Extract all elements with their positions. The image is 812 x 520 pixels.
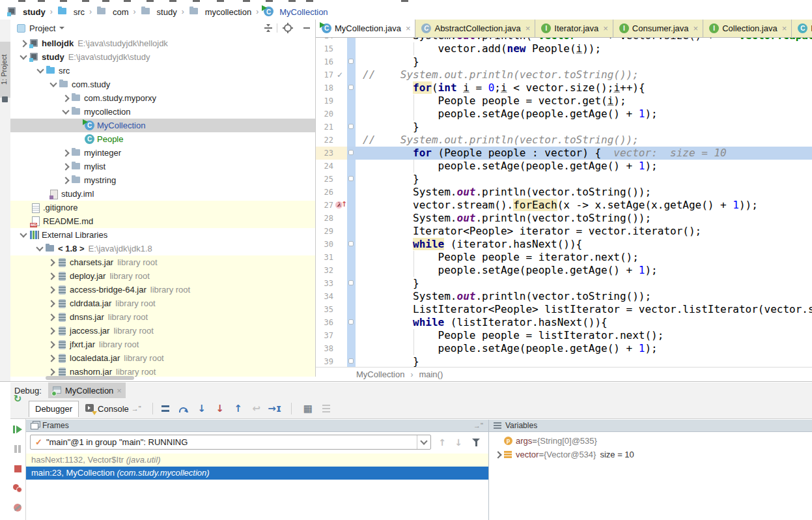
editor-line[interactable]: 28 System.out.println(vector.toString())…: [316, 212, 812, 225]
project-hscrollbar[interactable]: [10, 375, 316, 381]
tree-item[interactable]: External Libraries: [10, 228, 315, 242]
chevron-down-icon[interactable]: [59, 27, 64, 29]
thread-selector[interactable]: ✓ "main"@1 in group "main": RUNNING: [30, 435, 431, 450]
tree-item[interactable]: .gitignore: [10, 201, 315, 214]
chevron-open-icon[interactable]: [48, 78, 59, 91]
fold-marker[interactable]: [348, 241, 354, 246]
fold-marker[interactable]: [348, 176, 354, 181]
filter-icon[interactable]: [469, 435, 483, 450]
tree-item[interactable]: CPeople: [10, 132, 315, 146]
fold-marker[interactable]: [348, 319, 354, 325]
chevron-open-icon[interactable]: [61, 105, 71, 119]
close-icon[interactable]: ×: [603, 23, 608, 33]
editor-line[interactable]: 19 People people = vector.get(i);: [316, 94, 812, 108]
editor-line[interactable]: 21 }: [316, 121, 812, 134]
editor-line[interactable]: 17✓// System.out.println(vector.toString…: [316, 68, 812, 81]
breadcrumb-item[interactable]: CMyCollection: [263, 7, 328, 17]
editor-line[interactable]: 23 for (People people : vector) { vector…: [316, 147, 812, 160]
tree-item[interactable]: studyE:\java\studyjdk\study: [10, 50, 315, 64]
jump-to-output-icon[interactable]: →": [132, 405, 141, 412]
tree-item[interactable]: hellojdkE:\java\studyjdk\hellojdk: [10, 36, 315, 50]
gear-icon[interactable]: [284, 24, 292, 32]
fold-marker[interactable]: [348, 124, 354, 129]
close-icon[interactable]: ×: [117, 386, 122, 396]
editor-tab[interactable]: IIterator.java×: [535, 20, 613, 37]
evaluate-expression-icon[interactable]: ▦: [301, 401, 315, 416]
fold-marker[interactable]: [348, 85, 354, 90]
tree-item[interactable]: deploy.jarlibrary root: [10, 269, 315, 283]
fold-marker[interactable]: [348, 280, 354, 285]
project-panel-title[interactable]: Project: [29, 23, 55, 33]
stop-button[interactable]: [12, 463, 23, 474]
force-step-into-icon[interactable]: ↓: [213, 401, 227, 416]
chevron-closed-icon[interactable]: [46, 269, 57, 283]
breadcrumb-method[interactable]: main(): [419, 369, 443, 379]
tab-debugger[interactable]: Debugger: [29, 401, 79, 417]
debug-session-tab[interactable]: MyCollection ×: [48, 383, 126, 398]
stack-frame[interactable]: main:23, MyCollection (com.study.mycolle…: [26, 467, 488, 480]
editor-line[interactable]: 30 while (iterator.hasNext()){: [316, 238, 812, 251]
chevron-open-icon[interactable]: [35, 242, 45, 255]
chevron-closed-icon[interactable]: [46, 255, 57, 269]
rerun-button[interactable]: ↻: [12, 394, 23, 404]
tab-console[interactable]: Console →": [79, 401, 147, 417]
editor-line[interactable]: 34 System.out.println(vector.toString())…: [316, 290, 812, 303]
chevron-closed-icon[interactable]: [61, 173, 71, 187]
tree-item[interactable]: < 1.8 >E:\java\jdk\jdk1.8: [10, 242, 315, 255]
editor-line[interactable]: 14 System.out.println("vector = " + vect…: [316, 38, 812, 42]
tree-item[interactable]: access-bridge-64.jarlibrary root: [10, 283, 315, 296]
stack-frame[interactable]: hasNext:1132, Vector$Itr (java.util): [26, 454, 488, 467]
step-over-icon[interactable]: [176, 401, 191, 416]
editor-tab[interactable]: CAbstractCollection.java×: [415, 20, 535, 37]
close-icon[interactable]: ×: [406, 23, 411, 33]
close-icon[interactable]: ×: [693, 23, 699, 33]
fold-marker[interactable]: [348, 59, 354, 64]
editor-line[interactable]: 39 }: [316, 355, 812, 367]
close-icon[interactable]: ×: [525, 23, 531, 33]
scrollbar-thumb[interactable]: [46, 376, 134, 380]
editor-line[interactable]: 18 for(int i = 0;i < vector.size();i++){: [316, 81, 812, 94]
chevron-closed-icon[interactable]: [46, 338, 57, 351]
chevron-closed-icon[interactable]: [18, 36, 29, 50]
chevron-open-icon[interactable]: [18, 228, 29, 242]
editor-line[interactable]: 35 ListIterator<People> listIterator = v…: [316, 303, 812, 316]
tree-item[interactable]: jaccess.jarlibrary root: [10, 324, 315, 338]
show-execution-point-icon[interactable]: [158, 401, 173, 416]
resume-button[interactable]: [12, 424, 23, 435]
editor-line[interactable]: 27λ↑ vector.stream().forEach(x -> x.setA…: [316, 199, 812, 212]
chevron-closed-icon[interactable]: [46, 283, 57, 296]
breadcrumb-item[interactable]: mycollection: [189, 7, 252, 17]
tree-item[interactable]: myinteger: [10, 146, 315, 160]
editor-line[interactable]: 22// System.out.println(vector.toString(…: [316, 134, 812, 147]
editor-line[interactable]: 31 People people = iterator.next();: [316, 251, 812, 264]
collapse-all-icon[interactable]: [264, 24, 272, 32]
breadcrumb-item[interactable]: study: [7, 7, 46, 17]
chevron-closed-icon[interactable]: [61, 146, 71, 160]
tree-item[interactable]: com.study.myporxy: [10, 91, 315, 105]
chevron-closed-icon[interactable]: [46, 310, 57, 324]
code-editor[interactable]: 14 System.out.println("vector = " + vect…: [316, 38, 812, 367]
breadcrumb-item[interactable]: com: [96, 7, 129, 17]
variable-row[interactable]: pargs = {String[0]@535}: [489, 434, 812, 448]
chevron-closed-icon[interactable]: [46, 296, 57, 310]
close-icon[interactable]: ×: [782, 23, 787, 33]
chevron-closed-icon[interactable]: [46, 351, 57, 365]
tree-item[interactable]: README.md: [10, 214, 315, 228]
tree-item[interactable]: CMyCollection: [10, 119, 315, 132]
view-breakpoints-button[interactable]: [12, 483, 23, 493]
editor-line[interactable]: 38 people.setAge(people.getAge() + 1);: [316, 342, 812, 355]
editor-line[interactable]: 36 while (listIterator.hasNext()){: [316, 316, 812, 329]
step-into-icon[interactable]: ↓: [195, 401, 209, 416]
tree-item[interactable]: cldrdata.jarlibrary root: [10, 296, 315, 310]
editor-tab[interactable]: ICollection.java×: [703, 20, 792, 37]
chevron-closed-icon[interactable]: [61, 160, 71, 173]
chevron-open-icon[interactable]: [18, 50, 29, 64]
editor-tab[interactable]: CPeop×: [792, 20, 812, 37]
breadcrumb-item[interactable]: src: [57, 7, 85, 17]
pin-icon[interactable]: →": [473, 422, 483, 429]
hide-panel-icon[interactable]: [303, 27, 310, 29]
tree-item[interactable]: charsets.jarlibrary root: [10, 255, 315, 269]
editor-line[interactable]: 16 }: [316, 55, 812, 68]
tree-item[interactable]: dnsns.jarlibrary root: [10, 310, 315, 324]
editor-line[interactable]: 24 people.setAge(people.getAge() + 1);: [316, 160, 812, 173]
